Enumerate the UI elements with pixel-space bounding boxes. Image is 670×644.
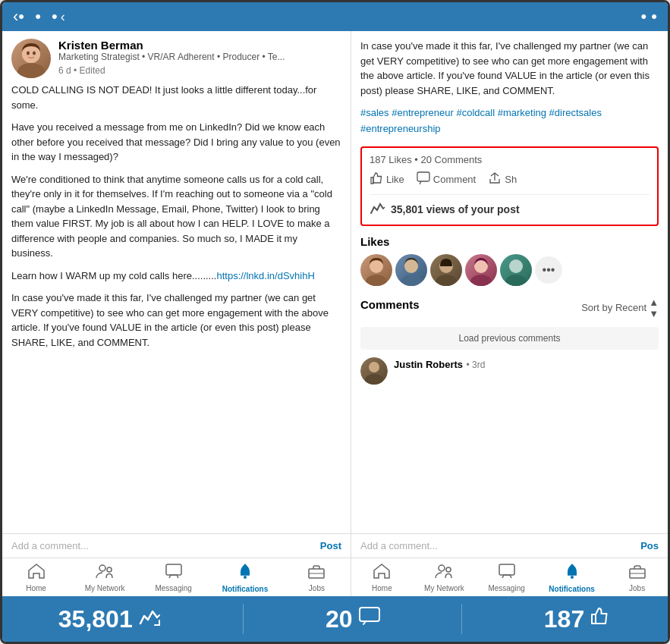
nav-home-left[interactable]: Home: [17, 564, 55, 592]
views-stat-icon: [139, 607, 162, 632]
nav-notifications-right[interactable]: Notifications: [549, 563, 595, 593]
status-bar: ‹ • • • ‹ • •: [2, 2, 668, 31]
svg-rect-28: [499, 564, 514, 575]
svg-point-23: [505, 275, 527, 286]
left-column: Kristen Berman Marketing Strategist • VR…: [2, 31, 351, 596]
post-time: 6 d • Edited: [58, 65, 341, 76]
home-label-right: Home: [372, 584, 392, 592]
nav-home-right[interactable]: Home: [363, 564, 401, 592]
svg-point-17: [401, 275, 422, 286]
right-intro: In case you've made it this far, I've ch…: [360, 39, 659, 98]
nav-jobs-right[interactable]: Jobs: [618, 564, 656, 592]
views-icon: [370, 201, 386, 218]
notifications-icon-left: [237, 563, 253, 583]
comment-button[interactable]: Comment: [417, 171, 476, 188]
bottom-nav-left: Home My Network: [2, 558, 351, 596]
sort-label: Sort by Recent: [581, 302, 646, 313]
bottom-nav-right: Home My Network: [351, 558, 668, 596]
commenter-degree: • 3rd: [466, 360, 485, 370]
load-previous-comments[interactable]: Load previous comments: [360, 327, 659, 350]
stats-bar: 35,801 20 187: [2, 596, 668, 642]
home-label-left: Home: [26, 584, 46, 592]
notifications-icon-right: [564, 563, 580, 583]
svg-point-4: [33, 52, 36, 55]
like-avatar-2[interactable]: [395, 254, 427, 286]
action-row: Like Comment: [370, 171, 650, 195]
notifications-label-right: Notifications: [549, 585, 595, 593]
like-button[interactable]: Like: [370, 171, 404, 188]
svg-point-22: [509, 259, 523, 273]
views-number: 35,801: [58, 605, 133, 633]
like-icon: [370, 171, 383, 188]
svg-point-26: [439, 565, 445, 571]
svg-point-27: [446, 567, 451, 572]
mynetwork-icon-left: [96, 564, 114, 583]
svg-point-21: [470, 275, 492, 286]
sort-button[interactable]: Sort by Recent ▲▼: [581, 297, 659, 319]
right-comment-input[interactable]: Add a comment...: [360, 540, 640, 551]
like-avatar-1[interactable]: [360, 254, 392, 286]
chevron-icon[interactable]: ‹: [61, 9, 65, 25]
svg-point-15: [366, 275, 387, 286]
right-post-button[interactable]: Pos: [640, 540, 659, 551]
comment-icon: [417, 171, 430, 188]
right-body: In case you've made it this far, I've ch…: [351, 31, 668, 533]
likes-stat-icon: [590, 607, 612, 632]
mynetwork-label-left: My Network: [85, 584, 125, 592]
share-button[interactable]: Sh: [488, 171, 517, 188]
stat-divider-1: [243, 604, 244, 634]
more-likes-button[interactable]: •••: [535, 256, 562, 284]
options-icon[interactable]: • •: [640, 7, 657, 27]
svg-point-31: [571, 564, 573, 567]
svg-rect-13: [417, 172, 429, 181]
stat-comments: 20: [326, 605, 380, 633]
comments-count: 20 Comments: [420, 154, 482, 165]
phone-frame: ‹ • • • ‹ • •: [0, 0, 670, 644]
main-content: Kristen Berman Marketing Strategist • VR…: [2, 31, 668, 596]
right-comment-bar: Add a comment... Pos: [351, 533, 668, 558]
author-avatar[interactable]: [11, 39, 51, 78]
like-avatar-3[interactable]: [430, 254, 462, 286]
svg-point-25: [365, 374, 383, 385]
svg-point-10: [244, 564, 247, 567]
post-para-3: We're conditioned to think that anytime …: [11, 172, 341, 261]
back-icon[interactable]: ‹: [13, 7, 18, 27]
stat-likes: 187: [544, 605, 612, 633]
jobs-label-right: Jobs: [629, 584, 645, 592]
commenter-avatar: [360, 357, 388, 385]
like-avatar-5[interactable]: [500, 254, 532, 286]
nav-mynetwork-left[interactable]: My Network: [85, 564, 125, 592]
post-author-title: Marketing Strategist • VR/AR Adherent • …: [58, 52, 341, 64]
like-label: Like: [386, 174, 404, 185]
left-comment-input[interactable]: Add a comment...: [11, 540, 320, 551]
nav-jobs-left[interactable]: Jobs: [297, 564, 335, 592]
svg-rect-7: [166, 564, 181, 575]
nav-notifications-left[interactable]: Notifications: [222, 563, 269, 593]
post-header: Kristen Berman Marketing Strategist • VR…: [2, 31, 351, 83]
likes-avatars: •••: [360, 254, 659, 286]
more-dots[interactable]: • • •: [18, 7, 60, 27]
hashtags[interactable]: #sales #entrepreneur #coldcall #marketin…: [360, 105, 659, 137]
notifications-label-left: Notifications: [222, 585, 269, 593]
svg-point-16: [404, 259, 418, 273]
messaging-icon-right: [499, 564, 515, 583]
svg-point-5: [99, 565, 105, 571]
share-label: Sh: [505, 174, 517, 185]
nav-mynetwork-right[interactable]: My Network: [424, 564, 464, 592]
like-avatar-4[interactable]: [465, 254, 497, 286]
svg-point-9: [244, 576, 247, 579]
left-post-button[interactable]: Post: [320, 540, 341, 551]
svg-point-24: [369, 362, 379, 372]
stat-views: 35,801: [58, 605, 162, 633]
messaging-icon-left: [165, 564, 182, 583]
nav-messaging-right[interactable]: Messaging: [488, 564, 526, 592]
views-row: 35,801 views of your post: [370, 201, 650, 218]
post-body: COLD CALLING IS NOT DEAD! It just looks …: [2, 83, 351, 533]
engagement-counts: 187 Likes • 20 Comments: [370, 154, 650, 165]
likes-section-title: Likes: [360, 235, 659, 248]
nav-messaging-left[interactable]: Messaging: [155, 564, 193, 592]
views-text: 35,801 views of your post: [391, 203, 520, 215]
svg-point-3: [27, 52, 30, 55]
post-link[interactable]: https://lnkd.in/dSvhihH: [216, 270, 314, 281]
post-author-name: Kristen Berman: [58, 39, 341, 52]
